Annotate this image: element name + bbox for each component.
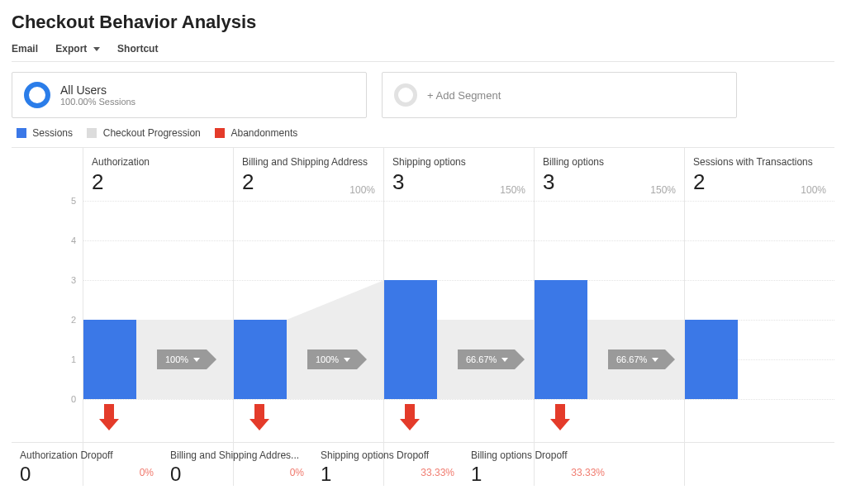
progression-pct: 100% [316,354,339,364]
progression-tag[interactable]: 66.67% [608,349,665,369]
y-tick: 2 [12,315,83,325]
legend-progression[interactable]: Checkout Progression [103,127,201,139]
sessions-bar[interactable] [685,320,738,399]
progression-wedge [287,280,384,320]
progression-pct: 66.67% [616,354,647,364]
dropoff-name: Billing options Dropoff [471,449,605,461]
column-pct: 100% [349,184,375,196]
y-tick: 4 [12,235,83,245]
column-header: Billing options3150% [535,148,684,201]
column-pct: 150% [500,184,525,196]
column-pct: 100% [801,184,826,196]
funnel-column[interactable]: Shipping options3150%66.67% [383,148,534,486]
column-header: Shipping options3150% [384,148,534,201]
segment-all-users[interactable]: All Users 100.00% Sessions [12,72,367,118]
y-tick: 1 [12,354,83,364]
y-tick: 3 [12,275,83,285]
legend-abandonments[interactable]: Abandonments [231,127,297,139]
toolbar: Email Export Shortcut [12,43,834,62]
column-plot: 66.67% [535,201,684,399]
dropoff-name: Shipping options Dropoff [321,449,454,461]
y-tick: 0 [12,394,83,404]
legend-swatch-abandonments [215,128,225,138]
dropoff-pct: 0% [140,467,154,478]
funnel-columns: Authorization2100%Billing and Shipping A… [83,148,834,486]
column-name: Sessions with Transactions [693,156,826,168]
chevron-down-icon [501,358,508,362]
column-value: 2 [92,169,225,195]
column-name: Authorization [92,156,225,168]
progression-tag[interactable]: 100% [307,349,357,369]
progression-pct: 66.67% [466,354,497,364]
email-button[interactable]: Email [12,43,38,55]
dropoff-cell[interactable]: Authorization Dropoff00% [12,443,162,482]
y-tick: 5 [12,196,83,206]
chevron-down-icon [652,358,658,362]
column-plot: 66.67% [384,201,534,399]
plus-circle-icon [394,83,417,107]
dropoff-value: 0 [170,463,304,486]
dropoff-cell[interactable]: Billing and Shipping Addres...00% [162,443,312,482]
y-axis: 012345 [12,201,83,399]
column-name: Shipping options [392,156,525,168]
funnel-chart: 012345 Authorization2100%Billing and Shi… [12,147,834,486]
chevron-down-icon [193,358,200,362]
export-button[interactable]: Export [55,43,99,55]
sessions-bar[interactable] [83,320,136,399]
column-plot: 100% [234,201,383,399]
legend-swatch-sessions [17,128,26,138]
funnel-column[interactable]: Billing options3150%66.67% [534,148,684,486]
dropoff-pct: 33.33% [571,467,605,478]
add-segment-button[interactable]: + Add Segment [382,72,737,118]
add-segment-label: + Add Segment [427,89,501,102]
column-name: Billing options [543,156,676,168]
chevron-down-icon [344,358,350,362]
legend: Sessions Checkout Progression Abandonmen… [17,126,834,139]
dropoff-name: Billing and Shipping Addres... [170,449,304,461]
abandon-arrow-icon [550,404,570,434]
chevron-down-icon [93,47,100,51]
column-plot [685,201,834,399]
column-header: Billing and Shipping Address2100% [234,148,383,201]
dropoff-value: 0 [20,463,154,486]
dropoff-cell[interactable]: Billing options Dropoff133.33% [463,443,613,482]
page-title: Checkout Behavior Analysis [12,12,834,33]
legend-swatch-progression [87,128,97,138]
column-header: Sessions with Transactions2100% [685,148,834,201]
sessions-bar[interactable] [234,320,287,399]
abandon-arrow-icon [250,404,269,434]
column-plot: 100% [83,201,233,399]
dropoff-pct: 33.33% [421,467,454,478]
export-label: Export [55,43,87,55]
dropoff-pct: 0% [290,467,304,478]
donut-icon [24,82,50,108]
abandon-arrow-icon [400,404,420,434]
funnel-column[interactable]: Sessions with Transactions2100% [684,148,834,486]
column-header: Authorization2 [83,148,233,201]
sessions-bar[interactable] [384,280,437,399]
dropoff-row: Authorization Dropoff00%Billing and Ship… [12,442,834,482]
progression-pct: 100% [165,354,188,364]
column-pct: 150% [650,184,676,196]
segment-sub: 100.00% Sessions [60,97,135,107]
segment-row: All Users 100.00% Sessions + Add Segment [12,72,834,118]
funnel-column[interactable]: Authorization2100% [83,148,233,486]
legend-sessions[interactable]: Sessions [32,127,73,139]
progression-tag[interactable]: 100% [157,349,207,369]
sessions-bar[interactable] [535,280,587,399]
column-name: Billing and Shipping Address [242,156,375,168]
progression-tag[interactable]: 66.67% [458,349,515,369]
shortcut-button[interactable]: Shortcut [117,43,158,55]
dropoff-cell[interactable]: Shipping options Dropoff133.33% [312,443,463,482]
abandon-arrow-icon [99,404,119,434]
dropoff-name: Authorization Dropoff [20,449,154,461]
funnel-column[interactable]: Billing and Shipping Address2100%100% [233,148,383,486]
segment-name: All Users [60,83,135,97]
